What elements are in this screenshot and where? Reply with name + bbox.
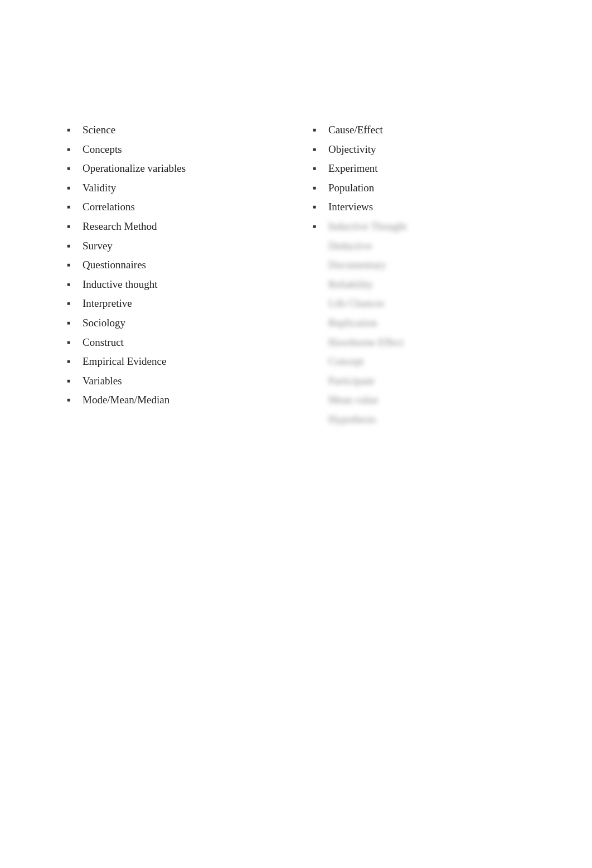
list-item: Deductive [328, 239, 559, 254]
term-text: Empirical Evidence [83, 354, 166, 369]
list-item: ■Interpretive [67, 296, 313, 311]
blurred-term: Deductive [328, 239, 372, 254]
list-item: Concept [328, 354, 559, 369]
bullet-icon: ■ [313, 223, 324, 230]
list-item: Hypothesis [328, 412, 559, 427]
list-item: ■Operationalize variables [67, 161, 313, 176]
bullet-icon: ■ [67, 339, 78, 346]
list-item: Hawthorne Effect [328, 335, 559, 350]
term-text: Variables [83, 374, 122, 389]
list-item: Replication [328, 316, 559, 331]
bullet-icon: ■ [67, 358, 78, 365]
list-item: ■Questionnaires [67, 258, 313, 273]
list-item: ■Correlations [67, 200, 313, 215]
blurred-term: Life Chances [328, 296, 385, 311]
bullet-icon: ■ [67, 396, 78, 404]
bullet-icon: ■ [313, 165, 324, 172]
blurred-term: Hypothesis [328, 412, 376, 427]
bullet-icon: ■ [313, 203, 324, 211]
term-text: Survey [83, 239, 113, 254]
list-item: ■Cause/Effect [313, 123, 559, 138]
bullet-icon: ■ [67, 242, 78, 250]
list-item: ■Inductive Thought [313, 219, 559, 234]
list-item: ■Survey [67, 239, 313, 254]
term-text: Concepts [83, 142, 122, 157]
list-item: ■Research Method [67, 219, 313, 234]
term-text: Validity [83, 181, 116, 196]
term-text: Construct [83, 335, 124, 350]
term-text: Objectivity [328, 142, 376, 157]
blurred-term: Concept [328, 354, 363, 369]
list-item: ■Population [313, 181, 559, 196]
term-text: Interviews [328, 200, 373, 215]
list-item: Documentary [328, 258, 559, 273]
list-item: ■Sociology [67, 316, 313, 331]
blurred-term: Participant [328, 374, 374, 389]
bullet-icon: ■ [67, 281, 78, 288]
bullet-icon: ■ [67, 146, 78, 153]
bullet-icon: ■ [313, 146, 324, 153]
term-text: Sociology [83, 316, 125, 331]
blurred-term: Replication [328, 316, 377, 331]
bullet-icon: ■ [67, 184, 78, 192]
bullet-icon: ■ [313, 184, 324, 192]
term-text: Research Method [83, 219, 157, 234]
blurred-term: Reliability [328, 277, 373, 292]
list-item: Mean value [328, 393, 559, 408]
list-item: ■Validity [67, 181, 313, 196]
list-item: ■Mode/Mean/Median [67, 393, 313, 408]
content-area: ■Science■Concepts■Operationalize variabl… [67, 123, 559, 432]
blurred-term: Mean value [328, 393, 378, 408]
list-item: Participant [328, 374, 559, 389]
list-item: Life Chances [328, 296, 559, 311]
blurred-term: Hawthorne Effect [328, 335, 404, 350]
bullet-icon: ■ [313, 126, 324, 134]
term-text: Cause/Effect [328, 123, 383, 138]
term-text: Interpretive [83, 296, 132, 311]
list-item: Reliability [328, 277, 559, 292]
list-item: ■Interviews [313, 200, 559, 215]
list-item: ■Construct [67, 335, 313, 350]
right-column: ■Cause/Effect■Objectivity■Experiment■Pop… [313, 123, 559, 432]
blurred-term: Inductive Thought [328, 219, 407, 234]
term-text: Inductive thought [83, 277, 158, 292]
right-term-list: ■Cause/Effect■Objectivity■Experiment■Pop… [313, 123, 559, 427]
bullet-icon: ■ [67, 261, 78, 269]
list-item: ■Concepts [67, 142, 313, 157]
blurred-term: Documentary [328, 258, 386, 273]
term-text: Operationalize variables [83, 161, 186, 176]
term-text: Questionnaires [83, 258, 146, 273]
term-text: Science [83, 123, 115, 138]
list-item: ■Objectivity [313, 142, 559, 157]
left-column: ■Science■Concepts■Operationalize variabl… [67, 123, 313, 432]
term-text: Correlations [83, 200, 135, 215]
bullet-icon: ■ [67, 203, 78, 211]
left-term-list: ■Science■Concepts■Operationalize variabl… [67, 123, 313, 408]
term-text: Mode/Mean/Median [83, 393, 169, 408]
list-item: ■Science [67, 123, 313, 138]
list-item: ■Variables [67, 374, 313, 389]
bullet-icon: ■ [67, 126, 78, 134]
bullet-icon: ■ [67, 319, 78, 327]
list-item: ■Empirical Evidence [67, 354, 313, 369]
list-item: ■Inductive thought [67, 277, 313, 292]
term-text: Experiment [328, 161, 378, 176]
list-item: ■Experiment [313, 161, 559, 176]
bullet-icon: ■ [67, 165, 78, 172]
bullet-icon: ■ [67, 300, 78, 307]
page-header [33, 22, 559, 33]
term-text: Population [328, 181, 374, 196]
bullet-icon: ■ [67, 377, 78, 385]
bullet-icon: ■ [67, 223, 78, 230]
